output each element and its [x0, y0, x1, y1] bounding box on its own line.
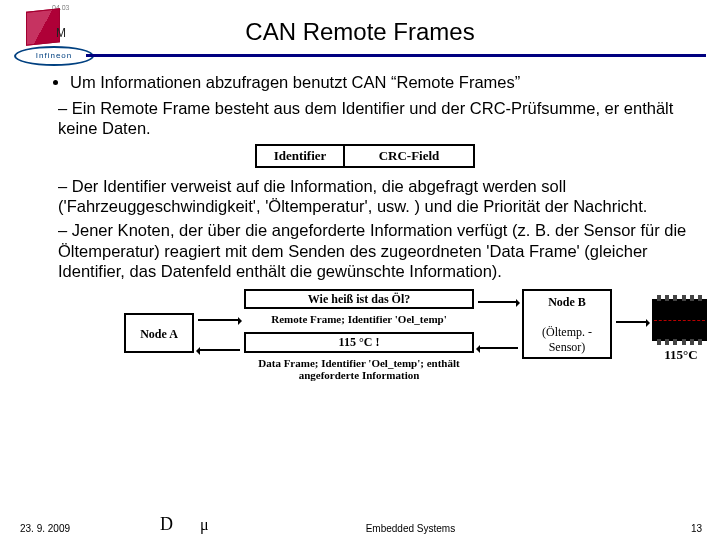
frame-structure: Identifier CRC-Field [40, 144, 690, 168]
node-b-sublabel: (Öltemp. - Sensor) [542, 325, 592, 354]
footer-author-d: D [160, 514, 173, 535]
question-box: Wie heiß ist das Öl? [244, 289, 474, 310]
node-b-box: Node B (Öltemp. - Sensor) [522, 289, 612, 359]
node-a-box: Node A [124, 313, 194, 353]
bullet-main: Um Informationen abzufragen benutzt CAN … [70, 72, 690, 92]
bus-messages: Wie heiß ist das Öl? Remote Frame; Ident… [244, 289, 474, 382]
sensor-temperature-label: 115°C [652, 347, 710, 363]
footer-course: Embedded Systems [130, 523, 691, 534]
infineon-logo: Infineon [14, 46, 94, 66]
arrow-icon [198, 349, 240, 351]
content-area: Um Informationen abzufragen benutzt CAN … [0, 62, 720, 399]
footer-author-mu: μ [200, 516, 209, 534]
page-title: CAN Remote Frames [0, 0, 720, 46]
identifier-box: Identifier [255, 144, 345, 168]
footer-date: 23. 9. 2009 [20, 523, 130, 534]
crc-field-box: CRC-Field [345, 144, 475, 168]
node-b-label: Node B [548, 295, 586, 309]
arrow-icon [478, 347, 518, 349]
bullet-sub1: Ein Remote Frame besteht aus dem Identif… [58, 98, 690, 138]
arrow-icon [616, 321, 648, 323]
footer-page-number: 13 [691, 523, 702, 534]
data-frame-label: Data Frame; Identifier 'Oel_temp'; enthä… [244, 357, 474, 382]
protocol-diagram: Node A Wie heiß ist das Öl? Remote Frame… [40, 289, 690, 399]
logo-icon: M Infineon [8, 10, 78, 62]
remote-frame-label: Remote Frame; Identifier 'Oel_temp' [244, 313, 474, 326]
answer-box: 115 °C ! [244, 332, 474, 353]
arrow-icon [478, 301, 518, 303]
footer: 23. 9. 2009 D μ Embedded Systems 13 [0, 523, 720, 534]
arrow-icon [198, 319, 240, 321]
bullet-sub2: Der Identifier verweist auf die Informat… [58, 176, 690, 216]
bullet-sub3: Jener Knoten, der über die angeforderte … [58, 220, 690, 280]
title-underline [86, 54, 706, 57]
sensor-chip-icon [652, 299, 707, 341]
header: 04.03 M Infineon CAN Remote Frames [0, 0, 720, 62]
